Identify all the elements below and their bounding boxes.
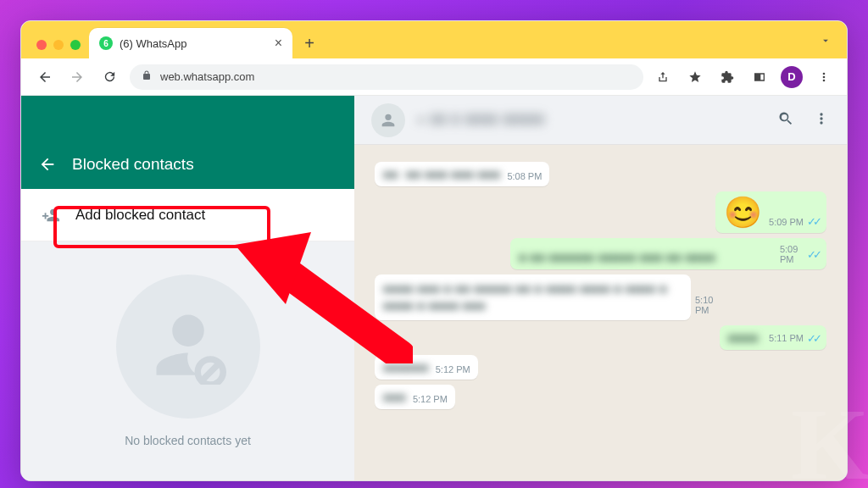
message-row: ■■ ■■ ■■■ ■■■ ■■■5:08 PM xyxy=(375,162,826,186)
message-row: ■■■■ 5:11 PM✓✓ xyxy=(375,325,826,350)
share-icon xyxy=(656,70,670,84)
more-vertical-icon xyxy=(817,70,831,84)
read-receipt-icon: ✓✓ xyxy=(807,215,819,228)
browser-tab-active[interactable]: 6 (6) WhatsApp × xyxy=(89,28,292,58)
search-icon xyxy=(777,110,794,127)
message-timestamp: 5:11 PM xyxy=(769,333,804,343)
message-row: 😊5:09 PM✓✓ xyxy=(375,191,826,233)
message-timestamp: 5:09 PM xyxy=(780,244,804,264)
message-timestamp: 5:12 PM xyxy=(436,364,470,374)
message-row: ■■■■■■5:12 PM xyxy=(375,355,826,380)
message-bubble[interactable]: ■■■■ 5:11 PM✓✓ xyxy=(720,325,826,350)
reload-icon xyxy=(103,69,117,84)
window-fullscreen-icon[interactable] xyxy=(70,40,81,50)
message-text: ■ ■■ ■■■■■■ ■■■■■ ■■■ ■■ ■■■■ xyxy=(519,251,773,264)
read-receipt-icon: ✓✓ xyxy=(807,248,819,261)
arrow-left-icon xyxy=(38,155,57,174)
bookmark-button[interactable] xyxy=(684,66,706,88)
add-blocked-contact-button[interactable]: Add blocked contact xyxy=(21,189,354,241)
message-text: ■■■■ ■■■ ■ ■■ ■■■■■ ■■ ■ ■■■■ ■■■■ ■ ■■■… xyxy=(383,280,688,315)
browser-urlbar: web.whatsapp.com D xyxy=(21,58,847,96)
tab-close-icon[interactable]: × xyxy=(275,36,282,51)
window-traffic-lights xyxy=(30,40,89,58)
message-bubble[interactable]: 😊5:09 PM✓✓ xyxy=(715,191,826,233)
message-row: ■ ■■ ■■■■■■ ■■■■■ ■■■ ■■ ■■■■5:09 PM✓✓ xyxy=(375,238,826,269)
blocked-empty-state: No blocked contacts yet xyxy=(21,241,354,480)
message-metadata: 5:09 PM✓✓ xyxy=(769,215,819,228)
message-bubble[interactable]: ■■■■■■5:12 PM xyxy=(375,355,478,380)
message-text: ■■■ xyxy=(383,391,406,404)
message-metadata: 5:11 PM✓✓ xyxy=(769,332,819,345)
empty-state-illustration xyxy=(116,274,260,419)
message-metadata: 5:12 PM xyxy=(436,364,470,374)
panel-back-button[interactable] xyxy=(38,155,57,174)
sidepanel-button[interactable] xyxy=(748,66,771,88)
message-metadata: 5:10 PM xyxy=(695,295,713,315)
arrow-right-icon xyxy=(70,69,85,85)
whatsapp-favicon-icon: 6 xyxy=(99,36,113,50)
puzzle-icon xyxy=(721,70,734,84)
message-metadata: 5:09 PM✓✓ xyxy=(780,244,819,264)
panel-header: Blocked contacts xyxy=(21,96,354,189)
contact-name[interactable]: + 00 0 0000 00000 xyxy=(417,113,545,128)
chevron-down-icon xyxy=(820,35,832,47)
tab-menu-button[interactable] xyxy=(820,35,847,58)
message-timestamp: 5:09 PM xyxy=(769,217,804,227)
message-text: ■■■■ xyxy=(728,331,762,345)
default-avatar-icon xyxy=(379,111,398,130)
arrow-left-icon xyxy=(37,69,53,85)
lock-icon xyxy=(142,70,152,83)
message-timestamp: 5:08 PM xyxy=(507,171,542,181)
profile-avatar-button[interactable]: D xyxy=(781,66,803,88)
window-minimize-icon[interactable] xyxy=(53,40,64,50)
share-button[interactable] xyxy=(652,66,674,88)
empty-state-text: No blocked contacts yet xyxy=(125,434,251,447)
tab-title: (6) WhatsApp xyxy=(120,37,186,50)
chat-search-button[interactable] xyxy=(777,110,794,130)
panel-icon xyxy=(753,70,766,84)
person-blocked-icon xyxy=(150,308,226,385)
nav-reload-button[interactable] xyxy=(97,65,121,89)
read-receipt-icon: ✓✓ xyxy=(807,332,819,345)
messages-area[interactable]: ■■ ■■ ■■■ ■■■ ■■■5:08 PM😊5:09 PM✓✓■ ■■ ■… xyxy=(354,145,847,480)
message-bubble[interactable]: ■ ■■ ■■■■■■ ■■■■■ ■■■ ■■ ■■■■5:09 PM✓✓ xyxy=(510,238,826,269)
new-tab-button[interactable]: + xyxy=(298,31,321,55)
message-row: ■■■■ ■■■ ■ ■■ ■■■■■ ■■ ■ ■■■■ ■■■■ ■ ■■■… xyxy=(375,274,826,320)
star-icon xyxy=(688,70,702,84)
avatar-letter: D xyxy=(787,70,795,83)
chat-panel: + 00 0 0000 00000 ■■ ■■ ■■■ ■■■ ■■■5:08 … xyxy=(354,96,847,480)
message-metadata: 5:12 PM xyxy=(413,394,448,404)
message-timestamp: 5:10 PM xyxy=(695,295,713,315)
contact-avatar[interactable] xyxy=(371,103,405,137)
message-bubble[interactable]: ■■ ■■ ■■■ ■■■ ■■■5:08 PM xyxy=(375,162,549,186)
message-text: ■■ ■■ ■■■ ■■■ ■■■ xyxy=(383,168,500,181)
message-metadata: 5:08 PM xyxy=(507,171,542,181)
blocked-contacts-panel: Blocked contacts Add blocked contact No … xyxy=(21,96,354,480)
message-text: ■■■■■■ xyxy=(383,361,429,374)
url-text: web.whatsapp.com xyxy=(160,70,254,83)
window-close-icon[interactable] xyxy=(36,40,47,50)
more-vertical-icon xyxy=(813,110,830,127)
chat-menu-button[interactable] xyxy=(813,110,830,130)
kebab-menu-button[interactable] xyxy=(813,66,835,88)
browser-tabstrip: 6 (6) WhatsApp × + xyxy=(21,21,847,58)
extensions-button[interactable] xyxy=(716,66,738,88)
add-blocked-contact-label: Add blocked contact xyxy=(75,207,205,224)
panel-title: Blocked contacts xyxy=(72,155,194,174)
chat-header: + 00 0 0000 00000 xyxy=(354,96,847,145)
message-row: ■■■5:12 PM xyxy=(375,385,826,409)
message-emoji: 😊 xyxy=(724,197,762,228)
nav-back-button[interactable] xyxy=(33,65,57,89)
person-add-icon xyxy=(42,206,60,225)
message-timestamp: 5:12 PM xyxy=(413,394,448,404)
nav-forward-button[interactable] xyxy=(65,65,89,89)
message-bubble[interactable]: ■■■5:12 PM xyxy=(375,385,455,409)
message-bubble[interactable]: ■■■■ ■■■ ■ ■■ ■■■■■ ■■ ■ ■■■■ ■■■■ ■ ■■■… xyxy=(375,274,691,320)
address-bar[interactable]: web.whatsapp.com xyxy=(130,64,643,90)
